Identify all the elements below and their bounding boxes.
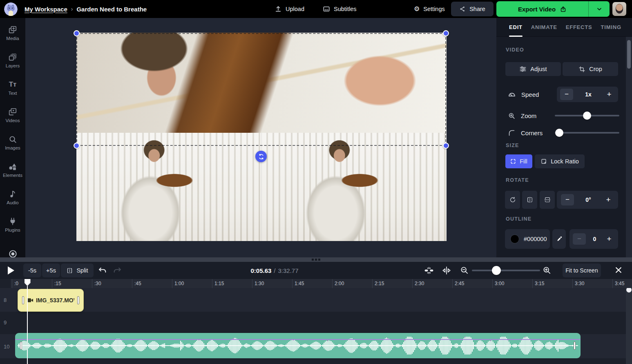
ruler-tick: :45 [132, 279, 141, 288]
settings-button[interactable]: ⚙ Settings [414, 6, 445, 12]
left-sidebar: Media Layers Tт Text Videos [0, 18, 25, 257]
export-options-caret[interactable] [588, 1, 610, 17]
sidebar-item-layers[interactable]: Layers [0, 45, 25, 73]
snap-toggle-button[interactable] [424, 266, 434, 275]
sidebar-item-videos[interactable]: Videos [0, 100, 25, 127]
fit-to-screen-button[interactable]: Fit to Screen [563, 264, 601, 277]
kapwing-cat-logo[interactable] [4, 2, 18, 16]
panel-tabs: EDIT ANIMATE EFFECTS TIMING [496, 18, 632, 37]
lock-ratio-button[interactable]: Lock Ratio [535, 154, 585, 168]
layers-icon [8, 53, 17, 62]
zoom-slider[interactable] [555, 109, 619, 123]
export-video-main[interactable]: Export Video [496, 1, 588, 17]
sidebar-item-label: Elements [3, 173, 22, 178]
close-timeline-icon[interactable] [614, 266, 623, 274]
fill-label: Fill [520, 158, 527, 165]
timeline-ruler[interactable]: :0:15:30:451:001:151:301:452:002:152:302… [0, 279, 632, 288]
tracks-scrollbar[interactable] [626, 288, 632, 364]
speed-row: Speed [508, 87, 539, 102]
zoom-in-icon [508, 112, 516, 120]
preview-canvas[interactable] [25, 18, 496, 257]
split-button[interactable]: Split [61, 264, 94, 277]
sidebar-item-media[interactable]: Media [0, 18, 25, 45]
timeline-zoom-in-icon[interactable] [543, 266, 552, 275]
slider-handle[interactable] [492, 266, 501, 275]
flip-horizontal-button[interactable] [522, 191, 537, 209]
outline-width-decrease-button[interactable]: − [573, 233, 586, 245]
breadcrumb-project-title: Garden Need to Breathe [76, 6, 147, 13]
media-icon [8, 25, 17, 34]
clip-trim-handle-right[interactable] [77, 296, 79, 304]
breadcrumb-separator: › [71, 6, 73, 12]
redo-button[interactable] [113, 266, 122, 275]
tab-animate[interactable]: ANIMATE [531, 18, 557, 37]
tracks-scrollbar-thumb[interactable] [626, 288, 632, 293]
undo-button[interactable] [98, 266, 107, 275]
outline-color-button[interactable]: #000000 [505, 229, 550, 249]
fill-corners-icon [510, 159, 516, 164]
tab-timing[interactable]: TIMING [601, 18, 621, 37]
export-video-button[interactable]: Export Video [496, 1, 610, 17]
outline-width-increase-button[interactable]: + [603, 234, 615, 243]
slider-handle[interactable] [583, 112, 591, 120]
share-button[interactable]: Share [451, 2, 494, 16]
panel-scrollbar-thumb[interactable] [627, 40, 631, 69]
sidebar-item-audio[interactable]: Audio [0, 182, 25, 210]
record-button[interactable] [0, 249, 25, 257]
rotate-section-label: ROTATE [506, 177, 529, 183]
track-row-8[interactable] [0, 288, 632, 312]
gear-icon: ⚙ [414, 6, 420, 12]
rotate-90-button[interactable] [505, 191, 520, 209]
time-separator: / [274, 267, 275, 274]
adjust-label: Adjust [530, 66, 547, 72]
video-clip-img-5337[interactable]: IMG_5337.MOV [18, 289, 84, 312]
volume-keyframe-line[interactable] [15, 339, 581, 340]
slider-track [555, 132, 619, 134]
corners-slider[interactable] [555, 126, 619, 140]
plug-icon [8, 217, 17, 226]
crop-button[interactable]: Crop [563, 62, 618, 76]
user-avatar[interactable] [612, 2, 626, 16]
sidebar-item-elements[interactable]: Elements [0, 155, 25, 182]
record-icon [8, 249, 18, 257]
back-5s-button[interactable]: -5s [23, 264, 41, 277]
breadcrumb-workspace-link[interactable]: My Workspace [25, 6, 67, 13]
ruler-tick: 3:00 [492, 279, 504, 288]
timeline-resize-handle[interactable] [0, 257, 632, 262]
adjust-button[interactable]: Adjust [505, 62, 561, 76]
audio-clip[interactable] [15, 333, 581, 358]
audio-trim-handle-left[interactable] [20, 342, 22, 350]
speed-decrease-button[interactable]: − [560, 89, 573, 100]
sidebar-item-text[interactable]: Tт Text [0, 73, 25, 100]
subtitles-button[interactable]: Subtitles [323, 5, 357, 13]
timeline-zoom-out-icon[interactable] [460, 266, 469, 275]
panel-scrollbar[interactable] [626, 37, 632, 257]
audio-trim-handle-right[interactable] [574, 342, 576, 350]
sidebar-item-images[interactable]: Images [0, 127, 25, 155]
video-frame-left[interactable] [76, 133, 261, 241]
sidebar-item-plugins[interactable]: Plugins [0, 210, 25, 237]
tab-effects[interactable]: EFFECTS [566, 18, 592, 37]
upload-button[interactable]: Upload [275, 5, 304, 13]
tab-edit[interactable]: EDIT [509, 18, 523, 37]
split-label: Split [76, 267, 88, 274]
eyedropper-button[interactable] [552, 229, 566, 249]
speed-increase-button[interactable]: + [603, 90, 615, 99]
forward-5s-button[interactable]: +5s [42, 264, 60, 277]
rotate-decrease-button[interactable]: − [561, 194, 574, 205]
track-number-10: 10 [4, 344, 9, 350]
track-row-9[interactable] [0, 312, 632, 334]
expand-playhead-button[interactable] [441, 266, 452, 275]
video-layer-top[interactable] [76, 33, 447, 133]
clip-trim-handle-left[interactable] [22, 296, 24, 304]
fill-button[interactable]: Fill [505, 154, 532, 168]
play-button[interactable] [7, 266, 15, 275]
rotate-handle[interactable] [255, 151, 267, 162]
rotate-increase-button[interactable]: + [603, 195, 614, 204]
video-layer-bottom[interactable] [76, 133, 447, 241]
timeline-zoom-slider[interactable] [472, 265, 540, 276]
ruler-tick: 2:30 [412, 279, 424, 288]
flip-vertical-button[interactable] [540, 191, 555, 209]
video-frame-right[interactable] [261, 133, 447, 241]
slider-handle[interactable] [555, 129, 563, 137]
